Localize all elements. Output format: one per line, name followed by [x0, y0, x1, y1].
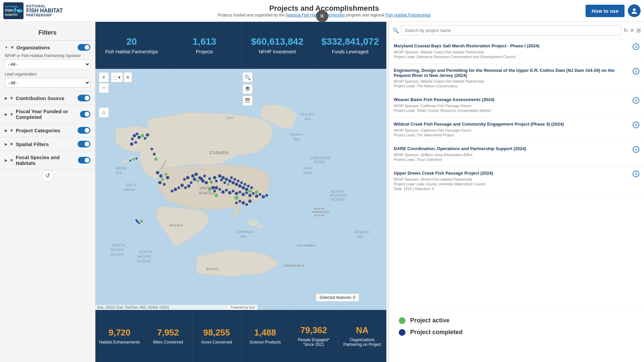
search-icon: 🔍 — [392, 27, 399, 34]
lead-org-dropdown[interactable]: - All - — [5, 78, 90, 88]
project-info-icon[interactable]: ℹ — [633, 171, 639, 177]
nfhp-link[interactable]: National Fish Habitat Partnership — [286, 13, 345, 17]
selected-features-bar: Selected features: 0 — [316, 293, 359, 302]
svg-point-125 — [187, 184, 190, 188]
filter-organizations-label: Organizations — [16, 45, 50, 50]
svg-text:OCEAN: OCEAN — [137, 259, 150, 263]
project-item[interactable]: Maryland Coastal Bays Salt Marsh Restora… — [389, 39, 644, 64]
fhp-link[interactable]: Fish Habitat Partnerships — [385, 13, 431, 17]
reset-filters-button[interactable]: ↺ — [42, 170, 54, 182]
svg-point-91 — [225, 178, 228, 181]
filter-categories-toggle[interactable] — [78, 127, 90, 134]
svg-point-118 — [245, 191, 248, 194]
zoom-in-button[interactable]: + — [99, 72, 109, 82]
svg-point-108 — [213, 190, 216, 192]
zoom-out-button[interactable]: − — [99, 83, 109, 93]
svg-text:BASIN: BASIN — [314, 160, 325, 164]
filter-contribution-header[interactable]: ▶ ▼ Contribution Source — [5, 95, 90, 101]
svg-point-56 — [134, 141, 137, 144]
map-home-button[interactable]: ⌂ — [99, 107, 109, 118]
filter-contribution-toggle[interactable] — [78, 95, 90, 101]
map-search-button[interactable]: 🔍 — [243, 72, 253, 82]
user-icon-button[interactable] — [628, 4, 641, 17]
svg-point-57 — [130, 142, 133, 146]
project-sponsor-meta: NFHP Sponsor: California Fish Passage Fo… — [394, 128, 639, 132]
filter-fiscal-label: Fiscal Year Funded or Completed — [16, 108, 80, 120]
svg-point-114 — [232, 190, 234, 192]
svg-point-107 — [211, 186, 215, 189]
project-item[interactable]: Engineering, Design and Permitting for t… — [389, 64, 644, 93]
project-info-icon[interactable]: ℹ — [633, 97, 639, 104]
svg-text:CANADA: CANADA — [210, 150, 229, 155]
attribution-text: Esri, USGS | Esri, TomTom, FAO, NOAA, US… — [97, 306, 169, 309]
svg-text:Alaska: Alaska — [124, 187, 135, 191]
close-panel-icon[interactable]: ✕ — [630, 27, 634, 34]
stat-organizations-partnering: NA Organizations Partnering on Project — [338, 310, 387, 362]
refresh-icon[interactable]: ↻ — [624, 27, 628, 34]
filter-organizations-toggle[interactable] — [78, 44, 90, 51]
logo-text-area: NATIONAL FISH HABITAT PARTNERSHIP — [26, 4, 63, 17]
project-item[interactable]: Wildcat Creek Fish Passage and Community… — [389, 118, 644, 142]
svg-point-7 — [633, 8, 636, 11]
how-to-use-button[interactable]: How to use — [586, 5, 625, 17]
stat-habitat-enhancements: 9,720 Habitat Enhancements — [95, 310, 144, 362]
map-clear-tool[interactable]: ✕ — [124, 72, 132, 82]
search-input[interactable] — [401, 25, 621, 36]
project-item[interactable]: Upper Drews Creek Fish Passage Project (… — [389, 167, 644, 196]
svg-point-12 — [257, 225, 263, 228]
svg-point-102 — [244, 183, 246, 186]
sponsor-dropdown[interactable]: - All - — [5, 59, 90, 69]
filter-focal-toggle[interactable] — [78, 157, 90, 164]
stat-people-num: 79,362 — [300, 325, 327, 335]
stat-fhp-label: Fish Habitat Partnerships — [105, 49, 158, 54]
map-layers-button[interactable] — [243, 84, 253, 94]
svg-point-110 — [218, 188, 221, 191]
filter-spatial-header[interactable]: ▶ ▼ Spatial Filters — [5, 141, 90, 147]
filter-organizations-header[interactable]: ▼ ▼ Organizations — [5, 44, 90, 51]
svg-point-136 — [242, 201, 245, 205]
stat-people-label: People Engaged* *since 2021 — [298, 337, 329, 347]
modal-close-button[interactable]: ✕ — [316, 10, 328, 22]
project-info-icon[interactable]: ℹ — [633, 68, 639, 75]
map-zoom-controls: + − — [99, 72, 109, 93]
svg-point-69 — [166, 176, 169, 179]
svg-point-50 — [136, 133, 138, 135]
stat-habitat-label: Habitat Enhancements — [99, 340, 140, 345]
project-lead-meta: Project Lead: Trout Unlimited — [394, 157, 639, 162]
project-info-icon[interactable]: ℹ — [633, 122, 639, 128]
chevron-right-icon-4: ▶ — [5, 142, 7, 146]
chevron-right-icon-2: ▶ — [5, 112, 7, 116]
project-info-icon[interactable]: ℹ — [633, 146, 639, 153]
stat-people-engaged: 79,362 People Engaged* *since 2021 — [290, 310, 338, 362]
svg-point-96 — [233, 178, 236, 181]
grid-view-icon[interactable]: ⊞ — [636, 27, 641, 34]
project-item[interactable]: Weaver Basin Fish Passage Assessments (2… — [389, 93, 644, 118]
svg-point-141 — [138, 222, 140, 224]
chevron-right-icon: ▶ — [5, 96, 7, 100]
svg-point-68 — [163, 183, 166, 186]
project-sponsor-meta: NFHP Sponsor: Atlantic Coast Fish Habita… — [394, 79, 639, 83]
funnel-icon-5: ▼ — [9, 142, 14, 147]
project-info-icon[interactable]: ℹ — [633, 43, 639, 50]
filter-focal-header[interactable]: ▶ ▼ Focal Species and Habitats — [5, 154, 90, 166]
logo-area: NATIONAL FISH HABITAT NATIONAL FISH HABI… — [3, 2, 63, 19]
svg-point-93 — [228, 179, 231, 183]
filter-categories-header[interactable]: ▶ ▼ Project Categories — [5, 127, 90, 134]
project-sponsor-meta: NFHP Sponsor: Atlantic Coast Fish Habita… — [394, 50, 639, 54]
svg-point-133 — [234, 196, 239, 200]
map-table-button[interactable] — [243, 96, 253, 106]
svg-point-121 — [255, 194, 258, 198]
filter-fiscal-header[interactable]: ▶ ▼ Fiscal Year Funded or Completed — [5, 108, 90, 120]
svg-point-132 — [215, 194, 218, 197]
stat-miles-conserved: 7,952 Miles Conserved — [144, 310, 193, 362]
filter-contribution-label: Contribution Source — [16, 95, 65, 101]
map-container[interactable]: Bering Sea Gulf of Alaska Hudson Bay LAB… — [95, 69, 386, 310]
map-select-tool[interactable]: ⬚ ▾ — [111, 72, 123, 82]
filter-fiscal-toggle[interactable] — [80, 111, 90, 118]
project-sponsor-meta: NFHP Sponsor: California Fish Passage Fo… — [394, 104, 639, 108]
filter-spatial-toggle[interactable] — [78, 141, 90, 147]
svg-text:Hudson: Hudson — [290, 132, 303, 136]
svg-text:OCEAN: OCEAN — [331, 197, 344, 201]
project-item[interactable]: DARE Coordination, Operations and Partne… — [389, 142, 644, 167]
svg-text:Beaufort: Beaufort — [300, 112, 315, 116]
